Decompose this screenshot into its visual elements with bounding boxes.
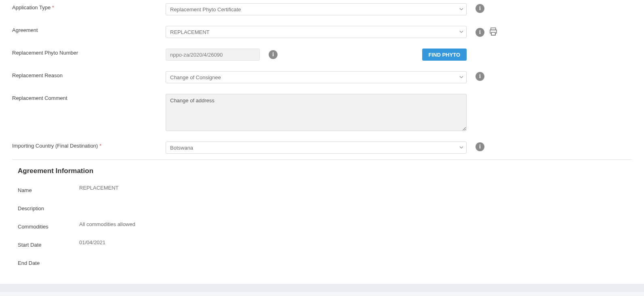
info-icon[interactable]: i bbox=[269, 50, 278, 59]
importing-country-label: Importing Country (Final Destination) * bbox=[12, 142, 166, 149]
info-label-name: Name bbox=[18, 185, 79, 193]
info-value-commodities: All commodities allowed bbox=[79, 221, 135, 230]
info-label-description: Description bbox=[18, 203, 79, 211]
application-type-label: Application Type * bbox=[12, 3, 166, 11]
info-icon[interactable]: i bbox=[476, 72, 484, 81]
svg-rect-1 bbox=[491, 32, 495, 35]
info-icon[interactable]: i bbox=[476, 142, 484, 151]
print-icon[interactable] bbox=[488, 27, 498, 38]
agreement-select[interactable]: REPLACEMENT bbox=[166, 26, 467, 38]
replacement-reason-label: Replacement Reason bbox=[12, 71, 166, 78]
footer-bar: Previous Next Save bbox=[0, 292, 644, 296]
phyto-number-input: nppo-za/2020/4/26090 bbox=[166, 49, 260, 61]
info-label-end-date: End Date bbox=[18, 258, 79, 266]
phyto-number-label: Replacement Phyto Number bbox=[12, 49, 166, 56]
info-icon[interactable]: i bbox=[476, 4, 484, 13]
agreement-info-title: Agreement Information bbox=[18, 167, 632, 175]
info-label-start-date: Start Date bbox=[18, 239, 79, 248]
importing-country-select[interactable]: Botswana bbox=[166, 142, 467, 154]
find-phyto-button[interactable]: FIND PHYTO bbox=[422, 49, 467, 61]
info-label-commodities: Commodities bbox=[18, 221, 79, 230]
replacement-reason-select[interactable]: Change of Consignee bbox=[166, 71, 467, 83]
resize-handle-icon bbox=[461, 126, 465, 130]
agreement-label: Agreement bbox=[12, 26, 166, 33]
footer-spacer bbox=[0, 284, 644, 292]
info-icon[interactable]: i bbox=[476, 28, 484, 37]
info-value-start-date: 01/04/2021 bbox=[79, 239, 105, 248]
replacement-comment-textarea[interactable]: Change of address bbox=[166, 94, 467, 131]
replacement-comment-label: Replacement Comment bbox=[12, 94, 166, 101]
section-divider bbox=[12, 159, 632, 160]
info-value-name: REPLACEMENT bbox=[79, 185, 119, 193]
application-type-select[interactable]: Replacement Phyto Certificate bbox=[166, 3, 467, 15]
